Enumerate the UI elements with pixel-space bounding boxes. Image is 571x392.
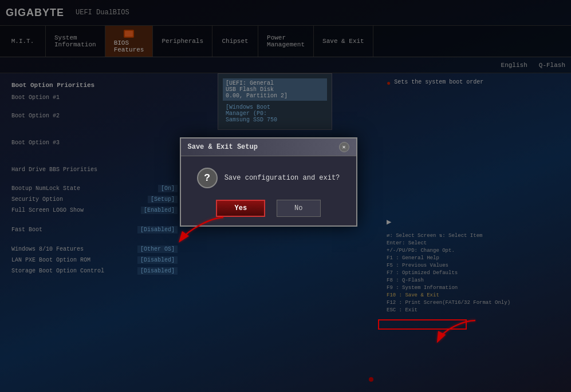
dialog-title-bar: Save & Exit Setup ✕ <box>181 138 356 156</box>
no-button[interactable]: No <box>277 200 320 217</box>
arrow-f10 <box>435 318 481 349</box>
dialog-overlay: Save & Exit Setup ✕ ? Save configuration… <box>0 0 571 392</box>
question-icon: ? <box>197 168 218 188</box>
bios-screen: GIGABYTE UEFI DualBIOS M.I.T. SystemInfo… <box>0 0 571 392</box>
dialog-question-row: ? Save configuration and exit? <box>197 168 340 188</box>
dialog-title: Save & Exit Setup <box>188 143 258 151</box>
arrow-yes <box>178 212 235 249</box>
dialog-close-button[interactable]: ✕ <box>339 142 349 152</box>
dialog-message: Save configuration and exit? <box>225 174 340 182</box>
